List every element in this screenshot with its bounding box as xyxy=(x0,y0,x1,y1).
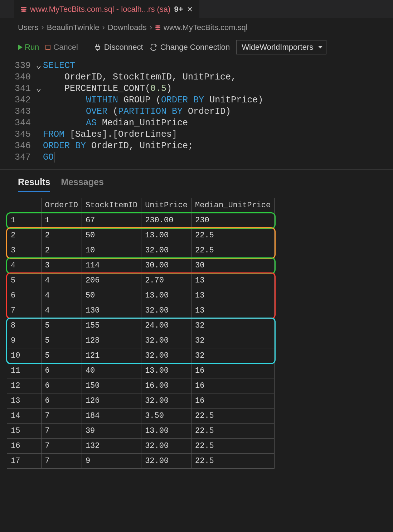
table-cell[interactable]: 32.00 xyxy=(141,393,191,408)
table-row[interactable]: 1573913.0022.5 xyxy=(7,424,275,439)
table-cell[interactable]: 2 xyxy=(7,228,41,243)
change-connection-button[interactable]: Change Connection xyxy=(150,43,230,52)
table-cell[interactable]: 32 xyxy=(191,333,274,348)
table-cell[interactable]: 7 xyxy=(7,303,41,318)
table-cell[interactable]: 67 xyxy=(82,213,141,228)
table-cell[interactable]: 114 xyxy=(82,258,141,273)
close-icon[interactable]: ✕ xyxy=(187,5,193,14)
table-cell[interactable]: 3 xyxy=(41,258,82,273)
code-line[interactable]: 344 AS Median_UnitPrice xyxy=(0,117,393,129)
table-cell[interactable]: 22.5 xyxy=(191,454,274,469)
table-row[interactable]: 8515524.0032 xyxy=(7,318,275,333)
table-row[interactable]: 225013.0022.5 xyxy=(7,228,275,243)
table-cell[interactable]: 15 xyxy=(7,424,41,439)
table-row[interactable]: 321032.0022.5 xyxy=(7,243,275,258)
table-cell[interactable]: 22.5 xyxy=(191,243,274,258)
code-line[interactable]: 340 OrderID, StockItemID, UnitPrice, xyxy=(0,72,393,83)
table-cell[interactable]: 22.5 xyxy=(191,424,274,439)
table-cell[interactable]: 4 xyxy=(41,273,82,288)
table-cell[interactable]: 13.00 xyxy=(141,363,191,378)
table-cell[interactable]: 121 xyxy=(82,348,141,363)
table-cell[interactable]: 22.5 xyxy=(191,439,274,454)
table-cell[interactable]: 32 xyxy=(191,348,274,363)
run-button[interactable]: Run xyxy=(18,43,39,52)
fold-icon[interactable]: ⌄ xyxy=(34,60,43,72)
table-header[interactable]: Median_UnitPrice xyxy=(191,198,274,213)
disconnect-button[interactable]: Disconnect xyxy=(94,43,143,52)
table-cell[interactable]: 13.00 xyxy=(141,288,191,303)
results-table[interactable]: OrderIDStockItemIDUnitPriceMedian_UnitPr… xyxy=(7,198,275,469)
table-row[interactable]: 1167230.00230 xyxy=(7,213,275,228)
table-cell[interactable]: 22.5 xyxy=(191,228,274,243)
table-cell[interactable]: 16 xyxy=(191,378,274,393)
table-header[interactable]: OrderID xyxy=(41,198,82,213)
code-editor[interactable]: 339⌄SELECT340 OrderID, StockItemID, Unit… xyxy=(0,59,393,168)
table-cell[interactable]: 9 xyxy=(7,333,41,348)
table-cell[interactable]: 11 xyxy=(7,363,41,378)
breadcrumb-item[interactable]: Users xyxy=(18,23,38,32)
table-row[interactable]: 542062.7013 xyxy=(7,273,275,288)
table-cell[interactable]: 3.50 xyxy=(141,408,191,424)
table-cell[interactable]: 13 xyxy=(191,303,274,318)
table-cell[interactable]: 14 xyxy=(7,408,41,424)
fold-icon[interactable]: ⌄ xyxy=(34,83,43,95)
table-cell[interactable]: 32.00 xyxy=(141,243,191,258)
table-cell[interactable]: 40 xyxy=(82,363,141,378)
table-cell[interactable]: 16 xyxy=(191,393,274,408)
table-cell[interactable]: 5 xyxy=(7,273,41,288)
table-cell[interactable]: 1 xyxy=(7,213,41,228)
table-cell[interactable]: 39 xyxy=(82,424,141,439)
table-row[interactable]: 12615016.0016 xyxy=(7,378,275,393)
table-cell[interactable]: 22.5 xyxy=(191,408,274,424)
code-line[interactable]: 346ORDER BY OrderID, UnitPrice; xyxy=(0,140,393,152)
breadcrumb-item[interactable]: Downloads xyxy=(108,23,147,32)
code-line[interactable]: 339⌄SELECT xyxy=(0,60,393,72)
table-cell[interactable]: 13 xyxy=(191,288,274,303)
table-cell[interactable]: 10 xyxy=(7,348,41,363)
table-cell[interactable]: 9 xyxy=(82,454,141,469)
table-cell[interactable]: 6 xyxy=(41,378,82,393)
table-cell[interactable]: 3 xyxy=(7,243,41,258)
table-cell[interactable]: 16 xyxy=(191,363,274,378)
table-cell[interactable]: 7 xyxy=(41,424,82,439)
table-row[interactable]: 4311430.0030 xyxy=(7,258,275,273)
table-cell[interactable]: 16 xyxy=(7,439,41,454)
table-row[interactable]: 1164013.0016 xyxy=(7,363,275,378)
table-cell[interactable]: 13.00 xyxy=(141,228,191,243)
table-cell[interactable]: 130 xyxy=(82,303,141,318)
table-row[interactable]: 16713232.0022.5 xyxy=(7,439,275,454)
table-header[interactable]: UnitPrice xyxy=(141,198,191,213)
code-line[interactable]: 345FROM [Sales].[OrderLines] xyxy=(0,129,393,140)
tab-messages[interactable]: Messages xyxy=(61,177,104,192)
table-cell[interactable]: 150 xyxy=(82,378,141,393)
table-row[interactable]: 9512832.0032 xyxy=(7,333,275,348)
table-cell[interactable]: 230 xyxy=(191,213,274,228)
table-cell[interactable]: 155 xyxy=(82,318,141,333)
table-cell[interactable]: 50 xyxy=(82,228,141,243)
table-cell[interactable]: 13 xyxy=(191,273,274,288)
table-cell[interactable]: 13 xyxy=(7,393,41,408)
table-cell[interactable]: 7 xyxy=(41,439,82,454)
table-cell[interactable]: 6 xyxy=(41,363,82,378)
table-cell[interactable]: 206 xyxy=(82,273,141,288)
database-select[interactable]: WideWorldImporters xyxy=(236,40,326,54)
table-row[interactable]: 177932.0022.5 xyxy=(7,454,275,469)
table-cell[interactable]: 17 xyxy=(7,454,41,469)
table-cell[interactable]: 30.00 xyxy=(141,258,191,273)
table-cell[interactable]: 5 xyxy=(41,333,82,348)
cancel-button[interactable]: Cancel xyxy=(45,43,78,52)
table-header[interactable] xyxy=(7,198,41,213)
table-cell[interactable]: 2 xyxy=(41,228,82,243)
table-row[interactable]: 13612632.0016 xyxy=(7,393,275,408)
table-row[interactable]: 1471843.5022.5 xyxy=(7,408,275,424)
table-cell[interactable]: 32.00 xyxy=(141,439,191,454)
table-cell[interactable]: 32 xyxy=(191,318,274,333)
table-cell[interactable]: 32.00 xyxy=(141,333,191,348)
editor-tab[interactable]: www.MyTecBits.com.sql - localh...rs (sa)… xyxy=(14,0,199,18)
tab-results[interactable]: Results xyxy=(18,177,50,192)
table-cell[interactable]: 4 xyxy=(7,258,41,273)
table-cell[interactable]: 1 xyxy=(41,213,82,228)
table-row[interactable]: 7413032.0013 xyxy=(7,303,275,318)
table-cell[interactable]: 5 xyxy=(41,348,82,363)
breadcrumb-item[interactable]: www.MyTecBits.com.sql xyxy=(164,23,248,32)
